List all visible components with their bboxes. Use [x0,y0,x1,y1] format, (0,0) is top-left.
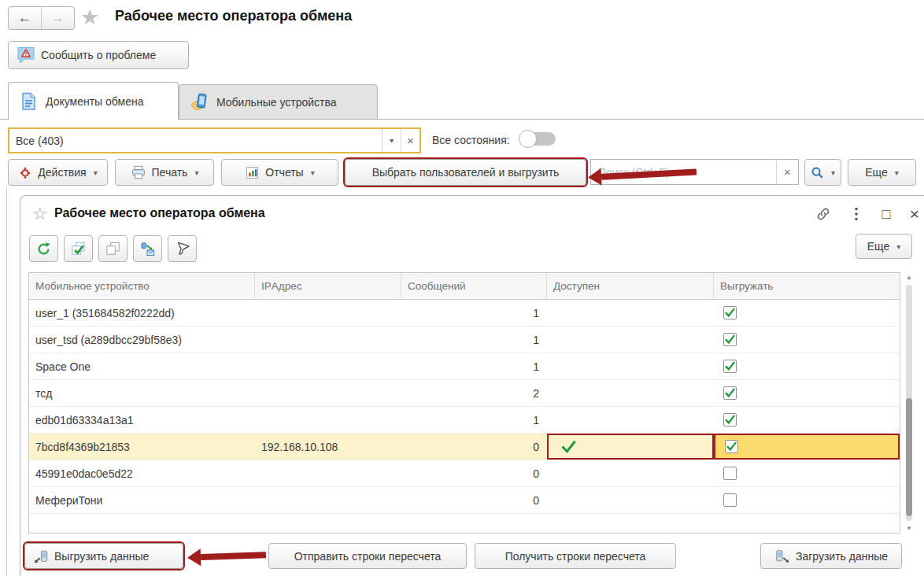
search-clear-icon[interactable]: × [776,160,798,184]
window-favorite-star-icon[interactable]: ☆ [32,204,48,224]
cell-available [547,300,714,326]
dropdown-caret-icon: ▾ [831,168,835,177]
arrow-shaft [201,552,266,560]
upload-checkbox[interactable] [723,306,737,319]
devices-table: Мобильное устройство IPАдрес Сообщений Д… [28,272,900,534]
load-data-button[interactable]: Загрузить данные [760,543,902,569]
col-header-ip[interactable]: IPАдрес [255,273,401,299]
tab-mobile-devices[interactable]: Мобильные устройства [179,84,378,120]
favorite-star-icon[interactable]: ★ [80,5,99,30]
table-row[interactable]: МефериТони 0 [29,487,900,514]
col-header-messages[interactable]: Сообщений [401,273,547,299]
dropdown-caret-icon: ▾ [94,168,98,177]
export-messages-button[interactable] [133,235,162,262]
filter-value-input[interactable] [9,135,382,147]
refresh-icon [36,242,51,257]
upload-device-icon [33,548,49,564]
page-title: Рабочее место оператора обмена [115,8,352,24]
upload-checkbox[interactable] [723,333,737,346]
search-button[interactable]: ▾ [804,159,841,186]
cell-messages: 1 [401,300,547,326]
document-filter-combobox[interactable]: ▾ × [8,127,421,153]
receive-recount-rows-button[interactable]: Получить строки пересчета [475,543,676,569]
magnifier-icon [811,166,824,179]
combo-clear-icon[interactable]: × [401,129,419,152]
checkbox-check-icon [725,415,735,425]
filter-button[interactable] [168,235,197,262]
cell-messages: 2 [401,380,547,406]
upload-checkbox[interactable] [723,386,737,400]
maximize-icon: □ [882,206,891,223]
history-nav-group: ← → [8,6,75,30]
select-users-upload-button[interactable]: Выбрать пользователей и выгрузить [345,159,586,186]
dropdown-caret-icon: ▾ [194,168,198,177]
reports-button[interactable]: Отчеты ▾ [221,159,338,186]
more-label: Еще [867,240,890,253]
refresh-button[interactable] [29,235,58,262]
cell-available [547,434,714,460]
scroll-down-icon[interactable]: ▼ [904,525,915,532]
combo-dropdown-icon[interactable]: ▾ [382,129,401,152]
upload-checkbox[interactable] [725,440,738,453]
table-header-row: Мобильное устройство IPАдрес Сообщений Д… [29,273,900,300]
table-body: user_1 (351684582f0222dd) 1 user_tsd (a2… [29,300,900,514]
back-button[interactable]: ← [9,7,42,29]
scrollbar-thumb[interactable] [906,398,912,516]
close-button[interactable]: × [906,205,923,223]
upload-checkbox[interactable] [723,493,737,507]
chain-link-icon [815,206,831,222]
cell-device: 45991e0dac0e5d22 [29,460,255,486]
checkbox-check-icon [725,334,735,345]
cell-device: тсд [29,380,255,406]
cell-available [547,327,714,353]
actions-button[interactable]: Действия ▾ [8,159,108,186]
cell-upload [714,407,900,433]
arrow-head [187,548,201,567]
window-menu-button[interactable] [848,205,865,223]
col-header-available[interactable]: Доступен [547,273,714,299]
table-row[interactable]: user_1 (351684582f0222dd) 1 [29,300,900,327]
cell-messages: 1 [401,353,547,379]
table-row[interactable]: edb01d63334a13a1 1 [29,407,900,434]
all-states-label: Все состояния: [432,134,510,146]
print-button[interactable]: Печать ▾ [115,159,214,186]
upload-checkbox[interactable] [723,413,737,426]
scroll-up-icon[interactable]: ▲ [904,274,915,281]
link-button[interactable] [815,205,832,223]
all-states-toggle[interactable] [519,130,556,148]
warning-bubble-icon [17,46,35,64]
col-header-upload[interactable]: Выгружать [714,273,900,299]
forward-button[interactable]: → [42,7,74,29]
table-row[interactable]: 7bcd8f4369b21853 192.168.10.108 0 [29,434,900,460]
report-problem-button[interactable]: Сообщить о проблеме [8,41,189,69]
arrow-head [588,168,602,186]
printer-icon [131,164,146,180]
mobile-device-icon [189,92,209,113]
tab-exchange-documents[interactable]: Документы обмена [8,82,179,120]
upload-checkbox[interactable] [723,467,737,480]
table-row[interactable]: user_tsd (a289dbcc29bf58e3) 1 [29,327,900,353]
check-all-button[interactable] [64,235,93,262]
more-button-window[interactable]: Еще ▾ [856,234,912,259]
cell-messages: 0 [401,434,547,460]
upload-data-button[interactable]: Выгрузить данные [24,543,183,569]
load-data-label: Загрузить данные [796,550,888,563]
more-button-top[interactable]: Еще ▾ [848,159,916,186]
back-arrow-icon: ← [18,10,31,26]
send-recount-rows-button[interactable]: Отправить строки пересчета [268,543,467,569]
cell-ip [255,460,401,486]
annotation-arrow-upload-data [187,545,267,567]
maximize-button[interactable]: □ [878,205,895,223]
table-row[interactable]: 45991e0dac0e5d22 0 [29,460,900,487]
report-problem-label: Сообщить о проблеме [41,49,156,61]
cell-upload [714,460,900,486]
table-row[interactable]: Space One 1 [29,353,900,380]
table-scrollbar[interactable]: ▲ ▼ [904,272,915,534]
dropdown-caret-icon: ▾ [311,168,315,177]
upload-checkbox[interactable] [723,360,737,373]
cell-messages: 0 [401,487,547,513]
table-row[interactable]: тсд 2 [29,380,900,407]
form-left-border [6,187,7,576]
col-header-device[interactable]: Мобильное устройство [29,273,255,299]
uncheck-all-button[interactable] [98,235,128,262]
